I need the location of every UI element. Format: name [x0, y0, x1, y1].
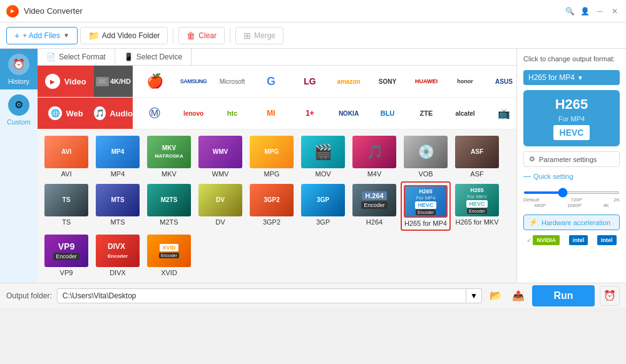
web-category-button[interactable]: 🌐 Web	[38, 98, 94, 129]
history-icon: ⏰	[8, 54, 29, 75]
brand-sony[interactable]: SONY	[368, 68, 407, 94]
format-thumb-wmv: WMV	[198, 136, 242, 168]
brand-row-1: 🍎 SAMSUNG Microsoft G LG amazon SONY HUA…	[133, 66, 516, 97]
clear-button[interactable]: 🗑 Clear	[178, 27, 225, 44]
format-item-3gp[interactable]: 3GP 3GP	[298, 181, 348, 231]
format-item-m4v[interactable]: 🎵 M4V	[349, 133, 399, 180]
web-icon: 🌐	[48, 106, 62, 120]
minimize-button[interactable]: ─	[595, 6, 605, 16]
brand-asus[interactable]: ASUS	[485, 68, 516, 94]
title-bar: Video Converter 🔍 👤 ─ ✕	[0, 0, 626, 23]
brand-motorola[interactable]: Ⓜ	[135, 100, 174, 126]
format-item-wmv[interactable]: WMV WMV	[195, 133, 245, 180]
brand-tv[interactable]: 📺	[485, 100, 516, 126]
sidebar-item-custom[interactable]: ⚙ Custom	[0, 89, 38, 130]
brand-nokia[interactable]: NOKIA	[329, 100, 368, 126]
alarm-button[interactable]: ⏰	[600, 286, 620, 306]
format-item-vob[interactable]: 💿 VOB	[401, 133, 451, 180]
format-item-m2ts[interactable]: M2TS M2TS	[144, 181, 194, 231]
format-thumb-h265mp4: H265 For MP4 HEVC Encoder	[404, 185, 448, 218]
toolbar-divider2	[230, 28, 230, 43]
preview-badge: HEVC	[553, 125, 590, 140]
gpu-logos: ✓ NVIDIA intel Intel	[523, 235, 620, 245]
brand-htc[interactable]: htc	[213, 100, 252, 126]
brand-alcatel[interactable]: alcatel	[446, 100, 485, 126]
format-thumb-vp9: VP9 Encoder	[44, 235, 88, 267]
video-category-button[interactable]: ▶ Video	[38, 66, 94, 97]
tab-select-device[interactable]: 📱 Select Device	[115, 49, 192, 65]
run-button[interactable]: Run	[532, 285, 595, 306]
format-item-mov[interactable]: 🎬 MOV	[298, 133, 348, 180]
brand-google[interactable]: G	[252, 68, 290, 94]
quick-setting-header: — Quick setting	[523, 172, 620, 181]
preview-sub: For MP4	[558, 115, 585, 123]
format-item-xvid[interactable]: XVID Encoder XVID	[144, 232, 194, 279]
right-panel: Click to change output format: H265 for …	[516, 49, 626, 283]
search-icon[interactable]: 🔍	[565, 6, 575, 16]
format-item-asf[interactable]: ASF ASF	[452, 133, 502, 180]
format-item-vp9[interactable]: VP9 Encoder VP9	[41, 232, 91, 279]
format-item-dv[interactable]: DV DV	[195, 181, 245, 231]
fourk-button[interactable]: 4K 4K/HD	[94, 66, 133, 97]
audio-category-button[interactable]: 🎵 Audio	[94, 98, 133, 129]
brand-microsoft[interactable]: Microsoft	[213, 68, 252, 94]
format-item-divx[interactable]: DIVXEncoder DIVX	[93, 232, 143, 279]
format-item-h265mp4[interactable]: H265 For MP4 HEVC Encoder H265 for MP4	[401, 181, 451, 231]
format-item-ts[interactable]: TS TS	[41, 181, 91, 231]
output-path-input[interactable]	[57, 288, 466, 303]
format-item-mkv[interactable]: MKVMATROSKA MKV	[144, 133, 194, 180]
format-item-h265mkv[interactable]: H265 For MKV HEVC Encoder H265 for MKV	[452, 181, 502, 231]
sidebar: ⏰ History ⚙ Custom	[0, 49, 38, 283]
brand-blu[interactable]: BLU	[368, 100, 407, 126]
format-thumb-xvid: XVID Encoder	[147, 235, 191, 267]
brand-samsung[interactable]: SAMSUNG	[174, 68, 213, 94]
format-thumb-ts: TS	[44, 184, 88, 216]
web-label: Web	[66, 109, 83, 118]
format-item-mpg[interactable]: MPG MPG	[247, 133, 297, 180]
plus-icon: +	[14, 31, 19, 41]
register-icon[interactable]: 👤	[580, 6, 590, 16]
audio-icon: 🎵	[94, 106, 106, 120]
add-files-button[interactable]: + + Add Files ▼	[6, 27, 78, 44]
tab-select-format[interactable]: 📄 Select Format	[38, 49, 115, 65]
brand-mi[interactable]: MI	[252, 100, 290, 126]
brand-lenovo[interactable]: lenovo	[174, 100, 213, 126]
settings-icon: ⚙	[529, 155, 535, 163]
format-thumb-m4v: 🎵	[352, 136, 396, 168]
format-thumb-avi: AVI	[44, 136, 88, 168]
format-item-h264[interactable]: H.264 Encoder H264	[349, 181, 399, 231]
sidebar-item-history[interactable]: ⏰ History	[0, 49, 38, 89]
format-item-mp4[interactable]: MP4 MP4	[93, 133, 143, 180]
merge-button[interactable]: ⊞ Merge	[235, 27, 284, 44]
title-controls: 🔍 👤 ─ ✕	[565, 6, 620, 16]
format-item-mts[interactable]: MTS MTS	[93, 181, 143, 231]
output-format-selector[interactable]: H265 for MP4 ▼	[523, 70, 620, 85]
selected-format-label: H265 for MP4	[528, 73, 575, 82]
brand-lg[interactable]: LG	[290, 68, 329, 94]
sidebar-custom-label: Custom	[7, 118, 31, 126]
output-path-dropdown[interactable]: ▼	[466, 288, 482, 303]
add-video-folder-button[interactable]: 📁 Add Video Folder	[80, 27, 168, 44]
transfer-button[interactable]: 📤	[510, 287, 527, 305]
hardware-acceleration-button[interactable]: ⚡ Hardware acceleration	[523, 215, 620, 230]
quality-slider[interactable]	[523, 191, 620, 194]
parameter-settings-button[interactable]: ⚙ Parameter settings	[523, 151, 620, 167]
format-item-avi[interactable]: AVI AVI	[41, 133, 91, 180]
format-thumb-mov: 🎬	[301, 136, 345, 168]
folder-icon: 📁	[88, 31, 99, 41]
brand-honor[interactable]: honor	[446, 68, 485, 94]
clear-label: Clear	[198, 31, 217, 40]
format-item-3gp2[interactable]: 3GP2 3GP2	[247, 181, 297, 231]
open-folder-button[interactable]: 📂	[487, 287, 505, 305]
dropdown-arrow-icon: ▼	[63, 32, 69, 39]
format-thumb-vob: 💿	[404, 136, 448, 168]
brand-apple[interactable]: 🍎	[135, 68, 174, 94]
add-folder-label: Add Video Folder	[102, 31, 160, 40]
brand-oneplus[interactable]: 1+	[290, 100, 329, 126]
close-button[interactable]: ✕	[610, 6, 620, 16]
brand-amazon[interactable]: amazon	[329, 68, 368, 94]
format-thumb-mp4: MP4	[96, 136, 140, 168]
brand-huawei[interactable]: HUAWEI	[407, 68, 446, 94]
brand-zte[interactable]: ZTE	[407, 100, 446, 126]
dropdown-icon: ▼	[577, 74, 583, 81]
